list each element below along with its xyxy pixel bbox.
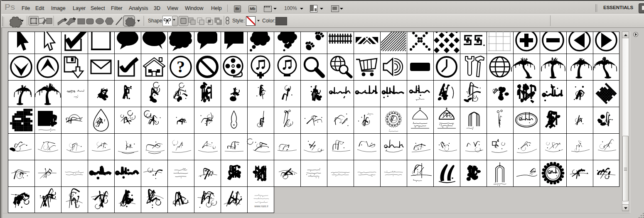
svg-text:www.roze.ir: www.roze.ir — [254, 205, 268, 208]
svg-text:?: ? — [177, 57, 185, 76]
